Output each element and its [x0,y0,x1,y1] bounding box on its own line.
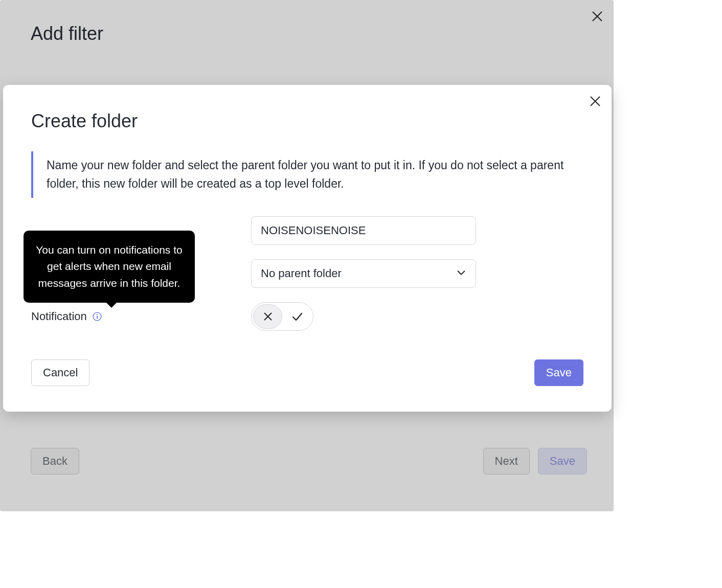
notification-tooltip: You can turn on notifications to get ale… [24,231,195,303]
notification-toggle[interactable] [251,302,313,331]
save-folder-button[interactable]: Save [534,359,583,386]
create-folder-modal: Create folder Name your new folder and s… [3,85,612,412]
folder-name-input[interactable] [251,216,476,245]
parent-folder-select[interactable]: No parent folder [251,259,476,288]
cancel-button[interactable]: Cancel [31,359,89,386]
toggle-off-state [253,304,282,329]
create-folder-description: Name your new folder and select the pare… [31,151,583,198]
create-folder-title: Create folder [31,110,583,132]
tooltip-text: You can turn on notifications to get ale… [36,244,182,289]
notification-label: Notification [31,310,87,323]
close-icon[interactable] [589,95,602,108]
svg-point-5 [97,314,98,315]
toggle-on-state [282,304,311,329]
svg-rect-6 [97,316,98,319]
info-icon[interactable] [92,311,102,322]
